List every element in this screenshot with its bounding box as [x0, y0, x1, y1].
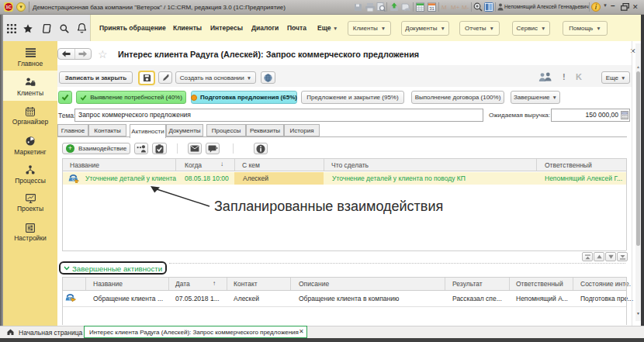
svg-text:31: 31 [429, 6, 435, 11]
